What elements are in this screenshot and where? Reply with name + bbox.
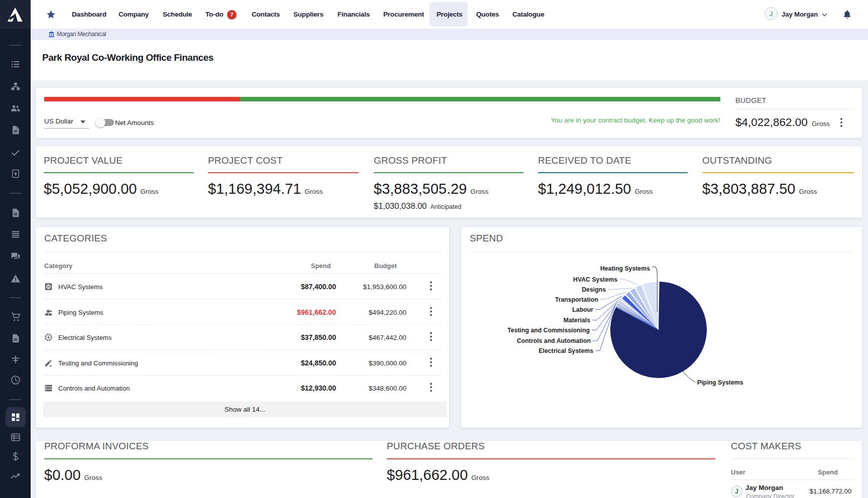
svg-text:Materials: Materials (564, 317, 590, 324)
svg-text:Labour: Labour (572, 306, 593, 313)
svg-text:Testing and Commissioning: Testing and Commissioning (507, 327, 590, 334)
svg-text:Transportation: Transportation (555, 296, 598, 303)
svg-text:Designs: Designs (582, 286, 606, 293)
svg-text:Heating Systems: Heating Systems (600, 265, 650, 272)
svg-text:Controls and Automation: Controls and Automation (517, 337, 591, 344)
svg-text:Electrical Systems: Electrical Systems (538, 347, 593, 354)
svg-text:Piping Systems: Piping Systems (697, 379, 743, 386)
svg-text:HVAC Systems: HVAC Systems (573, 276, 617, 283)
